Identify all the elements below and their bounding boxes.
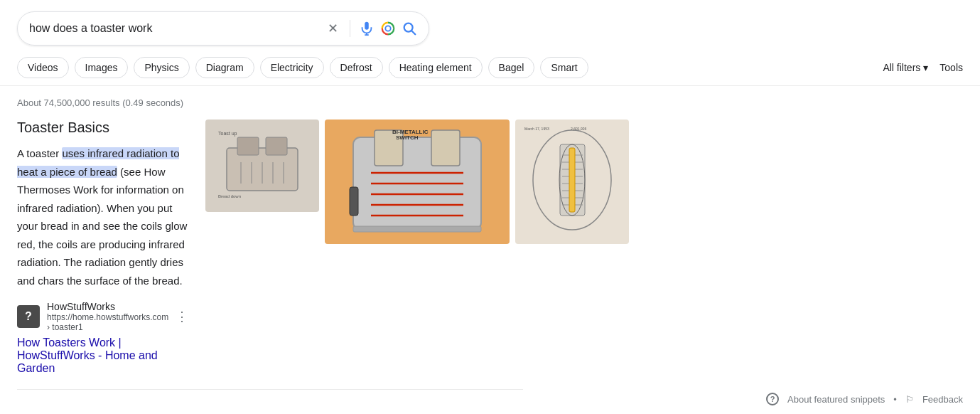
results-count: About 74,500,000 results (0.49 seconds) — [17, 97, 523, 108]
chip-heating-element[interactable]: Heating element — [389, 57, 483, 78]
images-row-top: Toast up Bread down — [205, 120, 629, 244]
source-info: HowStuffWorks https://home.howstuffworks… — [47, 301, 168, 332]
snippet-text-before: A toaster — [17, 147, 62, 159]
svg-rect-0 — [365, 22, 369, 30]
about-snippets-link[interactable]: About featured snippets — [787, 394, 885, 402]
toaster-diagram-svg: Toast up Bread down — [212, 127, 312, 205]
svg-rect-21 — [431, 130, 460, 166]
snippet-link[interactable]: How Toasters Work | HowStuffWorks - Home… — [17, 336, 158, 374]
chip-physics[interactable]: Physics — [134, 57, 189, 78]
search-button[interactable] — [402, 21, 417, 36]
snippet-text-area: Toaster Basics A toaster uses infrared r… — [17, 120, 188, 375]
svg-text:Bread down: Bread down — [218, 194, 241, 198]
svg-rect-28 — [353, 226, 481, 232]
snippet-body: A toaster uses infrared radiation to hea… — [17, 144, 188, 290]
source-row: ? HowStuffWorks https://home.howstuffwor… — [17, 301, 188, 332]
svg-rect-42 — [569, 148, 575, 212]
svg-text:March 17, 1953: March 17, 1953 — [524, 127, 549, 131]
page-footer: ? About featured snippets • ⚐ Feedback — [749, 384, 980, 401]
source-name: HowStuffWorks — [47, 301, 168, 312]
mic-icon[interactable] — [359, 21, 375, 36]
svg-text:SWITCH: SWITCH — [396, 134, 419, 141]
snippet-title: Toaster Basics — [17, 120, 188, 136]
clear-icon[interactable]: ✕ — [325, 18, 341, 39]
toaster-cross-section-svg: BI-METALLIC SWITCH — [332, 123, 502, 240]
chips-container: Videos Images Physics Diagram Electricit… — [17, 57, 868, 85]
search-input[interactable] — [29, 22, 319, 35]
all-filters-label: All filters — [883, 62, 920, 73]
images-panel: Toast up Bread down — [205, 120, 629, 375]
svg-rect-11 — [266, 137, 287, 155]
filters-right: All filters ▾ Tools — [868, 62, 963, 73]
svg-rect-27 — [350, 187, 358, 216]
chip-electricity[interactable]: Electricity — [260, 57, 324, 78]
chip-images[interactable]: Images — [75, 57, 129, 78]
search-box: ✕ — [17, 11, 429, 46]
favicon-letter: ? — [25, 310, 32, 323]
footer-dot: • — [893, 394, 897, 402]
svg-text:2,601,926: 2,601,926 — [571, 127, 586, 131]
chip-bagel[interactable]: Bagel — [488, 57, 535, 78]
all-filters-button[interactable]: All filters ▾ — [883, 62, 928, 73]
source-menu-icon[interactable]: ⋮ — [176, 309, 188, 324]
svg-point-6 — [385, 26, 390, 31]
source-favicon: ? — [17, 305, 40, 328]
toaster-patent-svg: March 17, 1953 2,601,926 — [521, 123, 624, 240]
results-area: About 74,500,000 results (0.49 seconds) … — [0, 86, 540, 401]
svg-line-8 — [411, 31, 415, 34]
search-divider — [350, 20, 350, 37]
filter-chips-area: Videos Images Physics Diagram Electricit… — [0, 53, 980, 86]
feedback-link[interactable]: Feedback — [922, 394, 963, 402]
tools-button[interactable]: Tools — [939, 62, 963, 73]
search-bar-area: ✕ — [0, 0, 980, 53]
question-mark-icon: ? — [766, 393, 779, 401]
featured-snippet: Toaster Basics A toaster uses infrared r… — [17, 120, 523, 390]
feedback-icon: ⚐ — [905, 394, 914, 402]
source-url: https://home.howstuffworks.com › toaster… — [47, 312, 168, 332]
snippet-image-2[interactable]: BI-METALLIC SWITCH — [325, 120, 510, 244]
svg-rect-10 — [237, 137, 259, 155]
chip-videos[interactable]: Videos — [17, 57, 69, 78]
chip-smart[interactable]: Smart — [540, 57, 588, 78]
chip-defrost[interactable]: Defrost — [330, 57, 383, 78]
snippet-image-1[interactable]: Toast up Bread down — [205, 120, 319, 212]
svg-text:Toast up: Toast up — [218, 131, 237, 137]
chevron-down-icon: ▾ — [923, 62, 928, 73]
snippet-text-after: (see How Thermoses Work for information … — [17, 166, 187, 287]
snippet-image-3[interactable]: March 17, 1953 2,601,926 — [515, 120, 629, 244]
camera-icon[interactable] — [380, 21, 396, 36]
chip-diagram[interactable]: Diagram — [195, 57, 254, 78]
